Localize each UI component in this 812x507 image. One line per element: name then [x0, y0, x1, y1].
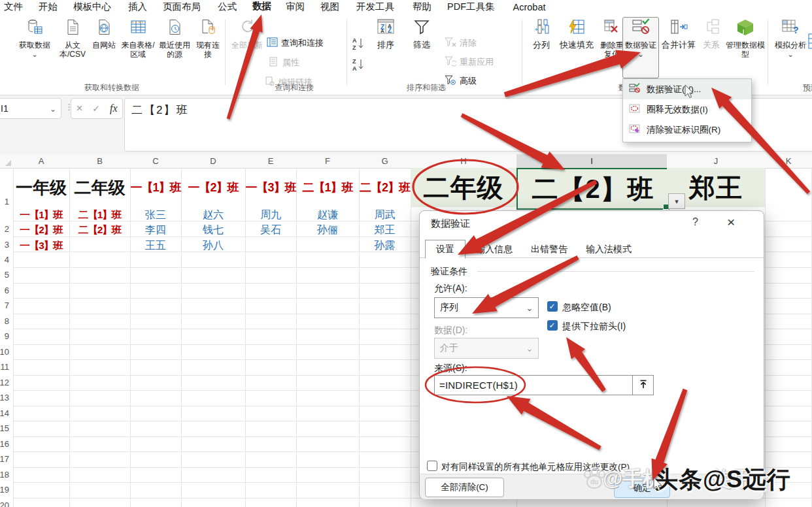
menu-pdf-tools[interactable]: PDF工具集: [447, 0, 495, 15]
sort-za-button[interactable]: ZA: [352, 57, 366, 73]
col-header-A[interactable]: A: [13, 154, 70, 169]
menu-insert[interactable]: 插入: [128, 0, 147, 15]
source-input[interactable]: =INDIRECT(H$1): [434, 375, 633, 395]
ignore-blank-checkbox[interactable]: [547, 301, 558, 312]
cell-G3[interactable]: 郑王: [359, 223, 411, 238]
filter-button[interactable]: 筛选: [407, 18, 437, 78]
reapply-filter-button[interactable]: 重新应用: [445, 54, 494, 70]
recent-sources-button[interactable]: 最近使用的源: [157, 18, 192, 78]
col-header-C[interactable]: C: [130, 154, 182, 169]
col-header-J[interactable]: J: [667, 154, 766, 169]
cell-A3[interactable]: 一【2】班: [13, 223, 69, 238]
flash-fill-button[interactable]: 快速填充: [557, 18, 596, 78]
col-header-B[interactable]: B: [69, 154, 131, 169]
menu-item-clear-circles[interactable]: 清除验证标识圈(R): [623, 120, 751, 140]
menu-item-data-validation[interactable]: 数据验证(V)...: [623, 79, 751, 99]
menu-acrobat[interactable]: Acrobat: [513, 1, 546, 14]
cell-B2[interactable]: 二【1】班: [69, 207, 130, 223]
menu-page-layout[interactable]: 页面布局: [163, 0, 201, 15]
from-table-range-button[interactable]: 来自表格/区域: [120, 18, 156, 78]
select-all-corner[interactable]: [0, 154, 14, 169]
cell-dropdown-button[interactable]: [668, 193, 685, 209]
cell-B1[interactable]: 二年级: [69, 168, 130, 207]
col-header-E[interactable]: E: [245, 154, 297, 169]
cell-C1[interactable]: 一【1】班: [130, 168, 181, 207]
menu-data[interactable]: 数据: [252, 0, 271, 16]
menu-view[interactable]: 视图: [320, 0, 339, 15]
get-data-button[interactable]: 获取数据: [16, 18, 54, 78]
menu-developer[interactable]: 开发工具: [356, 0, 394, 15]
consolidate-button[interactable]: 合并计算: [660, 18, 697, 78]
text-to-columns-button[interactable]: 分列: [527, 18, 556, 78]
queries-panel-icon: [267, 37, 278, 50]
cell-H1[interactable]: 二年级: [411, 168, 516, 207]
close-icon[interactable]: ×: [727, 214, 735, 230]
existing-connections-button[interactable]: 现有连接: [194, 18, 222, 78]
menu-home[interactable]: 开始: [39, 0, 58, 15]
cell-A1[interactable]: 一年级: [13, 168, 69, 207]
enter-icon[interactable]: ✓: [92, 103, 100, 114]
data-validation-button[interactable]: 数据验证: [622, 17, 659, 78]
queries-connections-button[interactable]: 查询和连接: [267, 35, 324, 51]
tab-input-message[interactable]: 输入信息: [471, 244, 518, 255]
cell-F1[interactable]: 二【1】班: [296, 168, 359, 207]
cell-I1-selected[interactable]: 二【2】班: [516, 168, 669, 210]
cell-C2[interactable]: 张三: [130, 207, 181, 223]
sort-az-button[interactable]: AZ: [352, 37, 366, 52]
cell-E3[interactable]: 吴石: [245, 223, 296, 238]
manage-data-model-button[interactable]: j 管理数据模型: [726, 18, 765, 78]
cell-D1[interactable]: 一【2】班: [181, 168, 245, 207]
from-web-button[interactable]: 自网站: [90, 18, 118, 78]
cell-E2[interactable]: 周九: [245, 207, 296, 223]
menu-review[interactable]: 审阅: [286, 0, 305, 15]
menu-formulas[interactable]: 公式: [218, 0, 237, 15]
cell-G4[interactable]: 孙露: [359, 238, 411, 254]
cell-A4[interactable]: 一【3】班: [13, 238, 69, 254]
menu-template-center[interactable]: 模板中心: [73, 0, 111, 15]
col-header-K[interactable]: K: [765, 154, 812, 169]
insert-function-icon[interactable]: fx: [110, 103, 118, 114]
cell-C3[interactable]: 李四: [130, 223, 181, 238]
cancel-icon[interactable]: ×: [76, 102, 82, 115]
menu-help[interactable]: 帮助: [413, 0, 431, 15]
clear-all-button[interactable]: 全部清除(C): [425, 478, 504, 497]
refresh-all-button[interactable]: 全部刷新: [230, 18, 264, 78]
menu-item-circle-invalid[interactable]: 圈释无效数据(I): [623, 99, 751, 120]
col-header-H[interactable]: H: [411, 154, 517, 169]
what-if-analysis-button[interactable]: ? 模拟分析: [771, 18, 809, 78]
cell-G2[interactable]: 周武: [359, 207, 411, 223]
help-icon[interactable]: ?: [692, 216, 698, 228]
tab-settings[interactable]: 设置: [425, 240, 465, 259]
menu-file[interactable]: 文件: [4, 0, 23, 15]
cell-B3[interactable]: 二【2】班: [69, 223, 130, 238]
cell-D3[interactable]: 钱七: [181, 223, 245, 238]
sort-button[interactable]: ZAAZ 排序: [370, 18, 401, 78]
cell-E1[interactable]: 一【3】班: [245, 168, 296, 207]
clear-circles-icon: [629, 123, 641, 136]
properties-button[interactable]: 属性: [269, 55, 299, 71]
collapse-dialog-button[interactable]: [633, 375, 654, 395]
allow-select[interactable]: 序列: [434, 297, 539, 318]
col-header-G[interactable]: G: [359, 154, 411, 169]
in-cell-dropdown-checkbox[interactable]: [547, 320, 558, 331]
from-text-csv-button[interactable]: 从文本/CSV: [56, 18, 89, 78]
col-header-D[interactable]: D: [181, 154, 246, 169]
cell-A2[interactable]: 一【1】班: [13, 207, 69, 223]
cell-F2[interactable]: 赵谦: [296, 207, 359, 223]
col-header-F[interactable]: F: [296, 154, 360, 169]
svg-text:?: ?: [793, 25, 799, 35]
clear-filter-button[interactable]: 清除: [445, 35, 477, 51]
cell-F3[interactable]: 孙俪: [296, 223, 359, 238]
ok-button[interactable]: 确定: [614, 478, 670, 498]
cell-D2[interactable]: 赵六: [181, 207, 245, 223]
cell-G1[interactable]: 二【2】班: [359, 168, 411, 207]
name-box[interactable]: I1: [0, 98, 61, 119]
relationships-button[interactable]: 关系: [698, 18, 724, 78]
tab-ime-mode[interactable]: 输入法模式: [581, 244, 637, 255]
col-header-I[interactable]: I: [516, 154, 668, 169]
apply-all-checkbox[interactable]: [427, 461, 437, 471]
cell-C4[interactable]: 王五: [130, 238, 181, 254]
tab-error-alert[interactable]: 出错警告: [526, 244, 573, 255]
forecast-sheet-icon-partial[interactable]: [808, 33, 812, 55]
cell-D4[interactable]: 孙八: [181, 238, 245, 254]
